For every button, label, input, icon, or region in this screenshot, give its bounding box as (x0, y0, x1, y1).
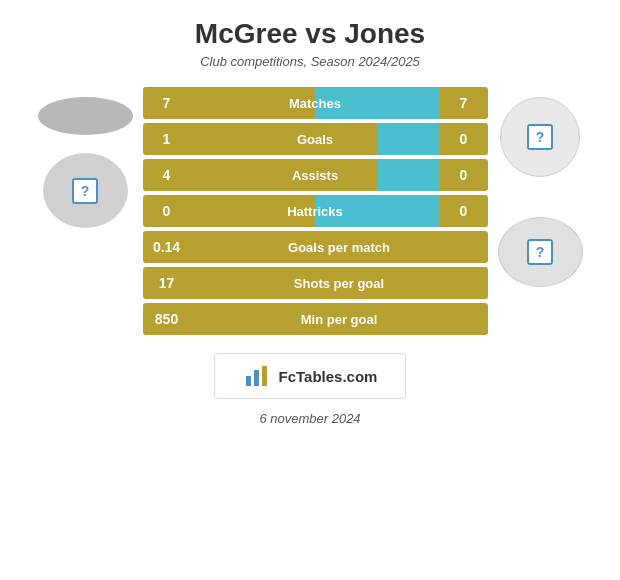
avatar-left-middle: ? (43, 153, 128, 228)
stats-container: 7 Matches 7 1 Goals 0 4 (143, 87, 488, 335)
page: McGree vs Jones Club competitions, Seaso… (0, 0, 620, 580)
stat-label-6: Min per goal (191, 303, 488, 335)
svg-rect-1 (254, 370, 259, 386)
avatar-left-top (38, 97, 133, 135)
stat-left-val-6: 850 (143, 303, 191, 335)
avatar-right-group: ? ? (498, 87, 583, 287)
stat-left-val-3: 0 (143, 195, 191, 227)
stat-bar-1: Goals (191, 123, 440, 155)
stat-right-val-3: 0 (440, 195, 488, 227)
stat-bar-4: Goals per match (191, 231, 488, 263)
stat-row-1: 1 Goals 0 (143, 123, 488, 155)
stat-row-3: 0 Hattricks 0 (143, 195, 488, 227)
stat-label-5: Shots per goal (191, 267, 488, 299)
stat-right-val-0: 7 (440, 87, 488, 119)
question-mark-left: ? (72, 178, 98, 204)
stat-left-val-0: 7 (143, 87, 191, 119)
stat-row-0: 7 Matches 7 (143, 87, 488, 119)
svg-rect-0 (246, 376, 251, 386)
stat-label-4: Goals per match (191, 231, 488, 263)
brand-icon (243, 362, 271, 390)
stat-left-val-1: 1 (143, 123, 191, 155)
stat-row-2: 4 Assists 0 (143, 159, 488, 191)
stat-row-4: 0.14 Goals per match (143, 231, 488, 263)
stat-bar-2: Assists (191, 159, 440, 191)
avatar-right-top: ? (500, 97, 580, 177)
stat-left-val-4: 0.14 (143, 231, 191, 263)
footer-date: 6 november 2024 (259, 411, 360, 426)
stat-right-val-2: 0 (440, 159, 488, 191)
stat-right-val-1: 0 (440, 123, 488, 155)
stat-bar-6: Min per goal (191, 303, 488, 335)
question-mark-right-top: ? (527, 124, 553, 150)
stat-row-5: 17 Shots per goal (143, 267, 488, 299)
svg-rect-2 (262, 366, 267, 386)
question-mark-right-bottom: ? (527, 239, 553, 265)
brand-box: FcTables.com (214, 353, 407, 399)
stat-row-6: 850 Min per goal (143, 303, 488, 335)
stat-left-val-5: 17 (143, 267, 191, 299)
avatar-left-group: ? (38, 87, 133, 228)
stat-bar-0: Matches (191, 87, 440, 119)
page-subtitle: Club competitions, Season 2024/2025 (200, 54, 420, 69)
brand-text: FcTables.com (279, 368, 378, 385)
stat-left-val-2: 4 (143, 159, 191, 191)
page-title: McGree vs Jones (195, 18, 425, 50)
stat-bar-5: Shots per goal (191, 267, 488, 299)
stat-bar-3: Hattricks (191, 195, 440, 227)
main-content: ? 7 Matches 7 1 Goals 0 (0, 87, 620, 335)
avatar-right-bottom: ? (498, 217, 583, 287)
